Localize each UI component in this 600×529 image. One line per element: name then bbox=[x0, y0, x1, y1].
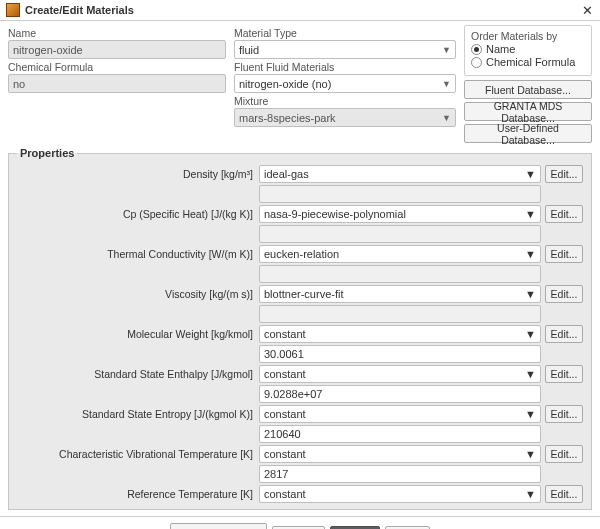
app-icon bbox=[6, 3, 20, 17]
property-label: Viscosity [kg/(m s)] bbox=[17, 288, 259, 300]
property-value-row: .. bbox=[17, 225, 583, 243]
properties-scroll[interactable]: Density [kg/m³]ideal-gas▼Edit.....Cp (Sp… bbox=[17, 165, 583, 503]
close-icon[interactable]: ✕ bbox=[580, 3, 594, 17]
property-method-select[interactable]: eucken-relation▼ bbox=[259, 245, 541, 263]
order-by-label: Order Materials by bbox=[471, 30, 585, 42]
chevron-down-icon: ▼ bbox=[525, 248, 536, 260]
property-method-value: constant bbox=[264, 488, 306, 500]
chevron-down-icon: ▼ bbox=[525, 288, 536, 300]
name-label: Name bbox=[8, 27, 226, 39]
formula-label: Chemical Formula bbox=[8, 61, 226, 73]
properties-legend: Properties bbox=[17, 147, 77, 159]
titlebar: Create/Edit Materials ✕ bbox=[0, 0, 600, 21]
property-value-input[interactable] bbox=[259, 265, 541, 283]
order-by-name-label: Name bbox=[486, 43, 515, 55]
order-by-formula-label: Chemical Formula bbox=[486, 56, 575, 68]
edit-button[interactable]: Edit... bbox=[545, 445, 583, 463]
property-label: Standard State Enthalpy [J/kgmol] bbox=[17, 368, 259, 380]
material-type-select[interactable]: fluid ▼ bbox=[234, 40, 456, 59]
property-value-row: .30.0061. bbox=[17, 345, 583, 363]
dialog-footer: Change/Create Delete Close Help bbox=[0, 516, 600, 529]
edit-button[interactable]: Edit... bbox=[545, 365, 583, 383]
chevron-down-icon: ▼ bbox=[442, 113, 451, 123]
property-method-value: nasa-9-piecewise-polynomial bbox=[264, 208, 406, 220]
property-label: Density [kg/m³] bbox=[17, 168, 259, 180]
property-value-input[interactable] bbox=[259, 305, 541, 323]
granta-database-button[interactable]: GRANTA MDS Database... bbox=[464, 102, 592, 121]
property-value: 30.0061 bbox=[264, 348, 304, 360]
type-column: Material Type fluid ▼ Fluent Fluid Mater… bbox=[234, 25, 456, 143]
order-by-group: Order Materials by Name Chemical Formula bbox=[464, 25, 592, 76]
fluid-materials-label: Fluent Fluid Materials bbox=[234, 61, 456, 73]
property-method-value: eucken-relation bbox=[264, 248, 339, 260]
chevron-down-icon: ▼ bbox=[442, 79, 451, 89]
properties-group: Properties Density [kg/m³]ideal-gas▼Edit… bbox=[8, 147, 592, 510]
property-method-select[interactable]: nasa-9-piecewise-polynomial▼ bbox=[259, 205, 541, 223]
user-database-button[interactable]: User-Defined Database... bbox=[464, 124, 592, 143]
order-column: Order Materials by Name Chemical Formula… bbox=[464, 25, 592, 143]
property-value-input[interactable]: 9.0288e+07 bbox=[259, 385, 541, 403]
property-label: Molecular Weight [kg/kmol] bbox=[17, 328, 259, 340]
property-method-select[interactable]: constant▼ bbox=[259, 485, 541, 503]
property-value-input[interactable] bbox=[259, 225, 541, 243]
radio-icon bbox=[471, 57, 482, 68]
top-panel: Name nitrogen-oxide Chemical Formula no … bbox=[0, 21, 600, 143]
edit-button[interactable]: Edit... bbox=[545, 325, 583, 343]
property-method-select[interactable]: ideal-gas▼ bbox=[259, 165, 541, 183]
property-row: Viscosity [kg/(m s)]blottner-curve-fit▼E… bbox=[17, 285, 583, 303]
property-method-select[interactable]: constant▼ bbox=[259, 445, 541, 463]
mixture-select[interactable]: mars-8species-park ▼ bbox=[234, 108, 456, 127]
order-by-formula-radio[interactable]: Chemical Formula bbox=[471, 56, 585, 68]
property-method-select[interactable]: constant▼ bbox=[259, 405, 541, 423]
fluent-database-button[interactable]: Fluent Database... bbox=[464, 80, 592, 99]
property-method-value: constant bbox=[264, 368, 306, 380]
property-label: Thermal Conductivity [W/(m K)] bbox=[17, 248, 259, 260]
fluid-materials-value: nitrogen-oxide (no) bbox=[239, 78, 331, 90]
property-method-value: ideal-gas bbox=[264, 168, 309, 180]
property-label: Standard State Entropy [J/(kgmol K)] bbox=[17, 408, 259, 420]
property-value-row: .. bbox=[17, 265, 583, 283]
property-method-value: constant bbox=[264, 448, 306, 460]
formula-input[interactable]: no bbox=[8, 74, 226, 93]
property-value-input[interactable]: 30.0061 bbox=[259, 345, 541, 363]
material-type-value: fluid bbox=[239, 44, 259, 56]
edit-button[interactable]: Edit... bbox=[545, 485, 583, 503]
name-input[interactable]: nitrogen-oxide bbox=[8, 40, 226, 59]
radio-icon bbox=[471, 44, 482, 55]
property-method-select[interactable]: constant▼ bbox=[259, 325, 541, 343]
chevron-down-icon: ▼ bbox=[525, 168, 536, 180]
property-label: Reference Temperature [K] bbox=[17, 488, 259, 500]
edit-button[interactable]: Edit... bbox=[545, 285, 583, 303]
chevron-down-icon: ▼ bbox=[525, 408, 536, 420]
chevron-down-icon: ▼ bbox=[525, 328, 536, 340]
property-label: Cp (Specific Heat) [J/(kg K)] bbox=[17, 208, 259, 220]
property-value-row: .210640. bbox=[17, 425, 583, 443]
chevron-down-icon: ▼ bbox=[525, 448, 536, 460]
property-row: Cp (Specific Heat) [J/(kg K)]nasa-9-piec… bbox=[17, 205, 583, 223]
property-value-input[interactable]: 210640 bbox=[259, 425, 541, 443]
property-method-value: constant bbox=[264, 328, 306, 340]
property-method-select[interactable]: constant▼ bbox=[259, 365, 541, 383]
formula-value: no bbox=[13, 78, 25, 90]
property-value-row: .2817. bbox=[17, 465, 583, 483]
edit-button[interactable]: Edit... bbox=[545, 245, 583, 263]
name-column: Name nitrogen-oxide Chemical Formula no bbox=[8, 25, 226, 143]
property-method-select[interactable]: blottner-curve-fit▼ bbox=[259, 285, 541, 303]
chevron-down-icon: ▼ bbox=[442, 45, 451, 55]
mixture-value: mars-8species-park bbox=[239, 112, 336, 124]
property-row: Thermal Conductivity [W/(m K)]eucken-rel… bbox=[17, 245, 583, 263]
mixture-label: Mixture bbox=[234, 95, 456, 107]
property-row: Density [kg/m³]ideal-gas▼Edit... bbox=[17, 165, 583, 183]
property-value-input[interactable]: 2817 bbox=[259, 465, 541, 483]
edit-button[interactable]: Edit... bbox=[545, 165, 583, 183]
property-row: Characteristic Vibrational Temperature [… bbox=[17, 445, 583, 463]
property-value-row: .. bbox=[17, 185, 583, 203]
property-label: Characteristic Vibrational Temperature [… bbox=[17, 448, 259, 460]
edit-button[interactable]: Edit... bbox=[545, 205, 583, 223]
property-value: 2817 bbox=[264, 468, 288, 480]
order-by-name-radio[interactable]: Name bbox=[471, 43, 585, 55]
change-create-button[interactable]: Change/Create bbox=[170, 523, 267, 529]
fluid-materials-select[interactable]: nitrogen-oxide (no) ▼ bbox=[234, 74, 456, 93]
edit-button[interactable]: Edit... bbox=[545, 405, 583, 423]
property-value-input[interactable] bbox=[259, 185, 541, 203]
